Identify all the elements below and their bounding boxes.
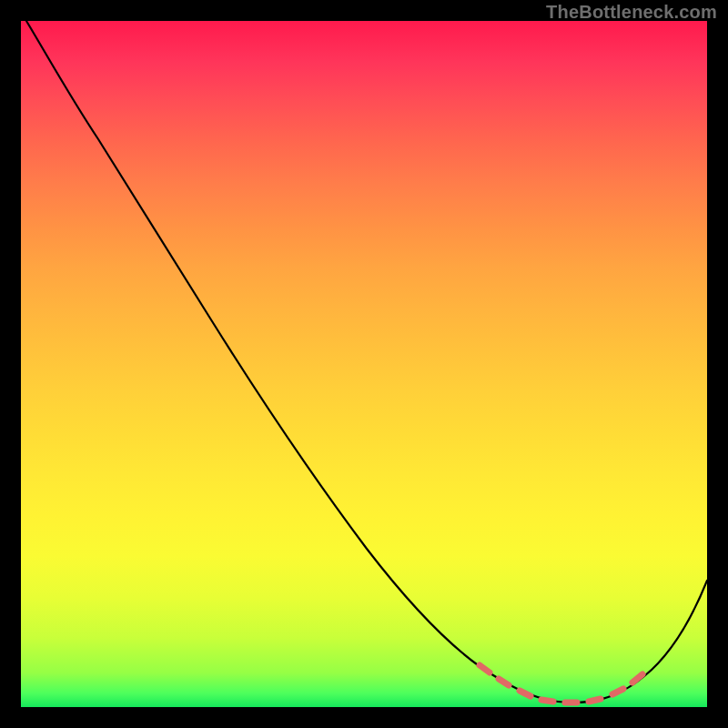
dash-icon xyxy=(541,700,553,702)
bottleneck-curve xyxy=(26,21,707,703)
chart-frame: TheBottleneck.com xyxy=(0,0,728,728)
dash-icon xyxy=(632,674,642,682)
dash-icon xyxy=(499,679,509,685)
plot-area xyxy=(21,21,707,707)
watermark-text: TheBottleneck.com xyxy=(546,2,717,23)
dash-icon xyxy=(520,691,531,696)
dash-icon xyxy=(589,699,601,702)
dash-icon xyxy=(480,665,490,672)
dash-icon xyxy=(612,689,623,694)
chart-svg xyxy=(21,21,707,707)
